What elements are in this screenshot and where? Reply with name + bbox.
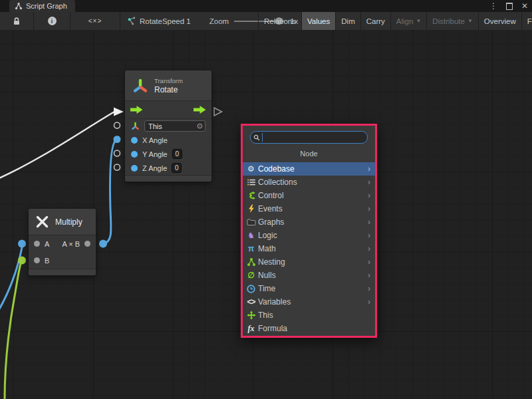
port-this-ring[interactable]	[114, 122, 120, 128]
finder-item-logic[interactable]: ♞ Logic ›	[243, 229, 375, 242]
nesting-graph-icon	[245, 257, 257, 267]
finder-header: Node	[243, 150, 375, 160]
node-footer	[29, 269, 96, 275]
unity-visual-scripting-window: Script Graph ⋮ ✕ i <×>	[0, 0, 532, 399]
finder-item-codebase[interactable]: ⚙ Codebase ›	[243, 162, 375, 176]
y-angle-port-icon[interactable]	[131, 151, 138, 158]
object-picker-icon[interactable]: ⊙	[197, 122, 203, 130]
finder-item-nulls[interactable]: ∅ Nulls ›	[243, 269, 375, 282]
node-title: Rotate	[154, 85, 183, 94]
chevron-right-icon: ›	[365, 178, 373, 187]
flow-out-triangle[interactable]	[214, 108, 222, 116]
overview-button[interactable]: Overview	[479, 12, 521, 30]
fullscreen-button[interactable]: Full Screen	[522, 12, 532, 30]
z-angle-value-field[interactable]: 0	[172, 163, 182, 173]
wire-endpoint	[18, 257, 26, 265]
port-row-b: B	[29, 252, 96, 269]
port-row-y-angle: Y Angle 0	[125, 147, 211, 161]
chevron-down-icon: ▼	[467, 18, 473, 24]
list-icon	[245, 178, 257, 187]
carry-button[interactable]: Carry	[361, 12, 390, 30]
this-field-value: This	[148, 122, 197, 130]
node-footer	[125, 175, 211, 182]
node-transform-rotate[interactable]: Transform Rotate This	[125, 70, 211, 182]
x-angle-label: X Angle	[142, 136, 168, 144]
graph-toolbar: i <×> RotateSpeed 1 Zoom 1x	[0, 12, 532, 31]
finder-item-variables[interactable]: <> Variables ›	[243, 295, 375, 309]
value-wire-into-a	[0, 247, 22, 315]
input-a-label: A	[45, 240, 49, 248]
info-icon: i	[48, 17, 57, 25]
toolbar-right-group: Relations Values Dim Carry Align▼ Distri…	[258, 12, 532, 30]
chevron-right-icon: ›	[365, 271, 373, 280]
maximize-icon[interactable]	[506, 3, 513, 10]
port-y-angle-ring[interactable]	[114, 150, 120, 156]
distribute-dropdown[interactable]: Distribute▼	[427, 12, 478, 30]
finder-item-this[interactable]: This	[243, 309, 375, 322]
tab-strip: Script Graph ⋮ ✕	[0, 0, 532, 12]
chevron-right-icon: ›	[365, 297, 373, 307]
lightning-icon	[245, 204, 257, 213]
transform-axes-icon	[131, 122, 140, 130]
close-icon[interactable]: ✕	[521, 2, 528, 10]
this-object-field[interactable]: This ⊙	[144, 120, 205, 132]
graph-icon	[15, 2, 23, 10]
input-b-port-icon[interactable]	[34, 257, 40, 263]
tab-script-graph[interactable]: Script Graph	[9, 0, 75, 12]
flow-wire	[0, 112, 114, 180]
multiply-icon	[35, 215, 49, 229]
node-multiply[interactable]: Multiply A A × B B	[29, 209, 96, 275]
x-angle-port-icon[interactable]	[131, 137, 138, 144]
finder-item-time[interactable]: Time ›	[243, 282, 375, 295]
search-input[interactable]	[263, 132, 367, 142]
transform-axes-icon	[132, 78, 148, 94]
port-row-z-angle: Z Angle 0	[125, 161, 211, 175]
value-wire-into-b	[5, 262, 21, 399]
search-box[interactable]	[250, 131, 368, 144]
search-icon	[251, 133, 263, 142]
finder-item-nesting[interactable]: Nesting ›	[243, 255, 375, 269]
port-x-angle-connected[interactable]	[114, 136, 121, 143]
finder-item-math[interactable]: π Math ›	[243, 242, 375, 255]
wire-endpoint	[18, 240, 26, 248]
node-title: Multiply	[55, 217, 82, 227]
kebab-menu-icon[interactable]: ⋮	[489, 2, 497, 10]
folder-icon	[245, 217, 257, 227]
flow-out-arrow-icon[interactable]	[194, 106, 206, 114]
finder-item-events[interactable]: Events ›	[243, 202, 375, 215]
graph-breadcrumb[interactable]: RotateSpeed 1	[127, 12, 191, 30]
null-icon: ∅	[245, 271, 257, 280]
y-angle-value-field[interactable]: 0	[172, 149, 182, 159]
gear-icon: ⚙	[245, 164, 257, 174]
zoom-label: Zoom	[209, 17, 229, 25]
chevron-down-icon: ▼	[416, 18, 421, 24]
flow-in-arrow-icon[interactable]	[130, 106, 143, 114]
chevron-right-icon: ›	[365, 244, 373, 253]
chevron-right-icon: ›	[365, 191, 373, 200]
dim-button[interactable]: Dim	[336, 12, 360, 30]
toolbar-separator	[120, 12, 120, 30]
align-dropdown[interactable]: Align▼	[391, 12, 427, 30]
values-button[interactable]: Values	[302, 12, 335, 30]
breadcrumb-label: RotateSpeed 1	[140, 17, 191, 25]
finder-item-formula[interactable]: fx Formula	[243, 322, 375, 335]
finder-item-control[interactable]: Control ›	[243, 189, 375, 202]
input-b-label: B	[45, 257, 49, 265]
z-angle-port-icon[interactable]	[131, 165, 138, 172]
script-machine-icon	[127, 17, 136, 25]
knight-icon: ♞	[245, 231, 257, 240]
lock-button[interactable]	[0, 12, 33, 30]
finder-item-graphs[interactable]: Graphs ›	[243, 215, 375, 229]
port-row-this: This ⊙	[125, 119, 211, 133]
info-button[interactable]: i	[34, 12, 70, 30]
port-z-angle-ring[interactable]	[114, 164, 120, 170]
branch-icon	[245, 191, 257, 200]
y-angle-label: Y Angle	[142, 150, 168, 158]
chevron-right-icon: ›	[365, 257, 373, 267]
output-port-icon[interactable]	[84, 241, 90, 247]
finder-item-collections[interactable]: Collections ›	[243, 176, 375, 189]
lock-icon	[12, 17, 21, 26]
relations-button[interactable]: Relations	[259, 12, 301, 30]
edit-code-button[interactable]: <×>	[70, 12, 120, 30]
input-a-port-icon[interactable]	[34, 241, 40, 247]
